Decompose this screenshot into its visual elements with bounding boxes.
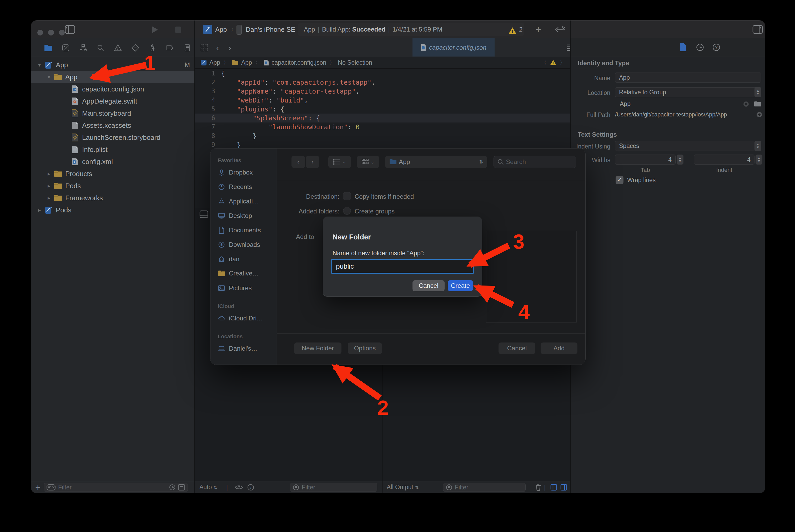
- disclosure-closed-icon[interactable]: ▸: [37, 207, 42, 213]
- code-line-6[interactable]: 6 "SplashScreen": {: [195, 114, 570, 122]
- tree-item-info-plist[interactable]: Info.plist: [31, 144, 195, 156]
- dialog-cancel-button[interactable]: Cancel: [413, 280, 445, 291]
- tree-item-products[interactable]: ▸Products: [31, 168, 195, 180]
- variables-scope-dropdown[interactable]: Auto ⇅: [199, 483, 217, 491]
- jumpbar-item[interactable]: App: [207, 59, 220, 66]
- location-stepper[interactable]: ▲▼: [755, 87, 761, 97]
- code-line-4[interactable]: 4 "webDir": "build",: [195, 96, 570, 104]
- sidebar-item-daniel-s-[interactable]: Daniel's…: [218, 345, 257, 353]
- warning-count[interactable]: 2: [519, 23, 522, 36]
- code-line-9[interactable]: 9 }: [195, 140, 570, 149]
- sidebar-item-desktop[interactable]: Desktop: [218, 212, 252, 220]
- disclosure-closed-icon[interactable]: ▸: [46, 171, 52, 177]
- tree-item-config-xml[interactable]: config.xml: [31, 156, 195, 168]
- sheet-cancel-button[interactable]: Cancel: [499, 342, 535, 354]
- warning-triangle-icon[interactable]: !: [508, 25, 517, 39]
- go-forward-icon[interactable]: ›: [228, 43, 231, 53]
- variables-filter-field[interactable]: Filter: [290, 483, 377, 492]
- previous-issue-icon[interactable]: 〈: [538, 59, 550, 66]
- disclosure-open-icon[interactable]: ▾: [37, 62, 42, 68]
- console-scope-dropdown[interactable]: All Output ⇅: [387, 483, 419, 491]
- reveal-path-arrow-icon[interactable]: [756, 111, 762, 118]
- sheet-back-button[interactable]: ‹: [291, 156, 305, 168]
- help-inspector-icon[interactable]: ?: [712, 43, 720, 52]
- tree-item-main-storyboard[interactable]: Main.storyboard: [31, 107, 195, 119]
- go-back-icon[interactable]: ‹: [216, 43, 219, 53]
- sidebar-item-creative-[interactable]: Creative…: [218, 270, 258, 277]
- disclosure-closed-icon[interactable]: ▸: [46, 195, 52, 201]
- code-line-5[interactable]: 5 "plugins": {: [195, 104, 570, 114]
- run-destination[interactable]: Dan's iPhone SE: [246, 20, 295, 38]
- navigator-filter-field[interactable]: Filter: [44, 483, 188, 492]
- tree-item-app[interactable]: ▾App: [31, 71, 195, 83]
- source-control-filter-icon[interactable]: [178, 484, 185, 491]
- indent-width-stepper[interactable]: ▲▼: [756, 155, 762, 165]
- current-folder-dropdown[interactable]: App ⇅: [385, 156, 487, 168]
- tree-item-capacitor-config-json[interactable]: capacitor.config.json: [31, 83, 195, 95]
- sidebar-item-dropbox[interactable]: Dropbox: [218, 169, 253, 176]
- code-line-3[interactable]: 3 "appName": "capacitor-testapp",: [195, 87, 570, 96]
- sidebar-item-recents[interactable]: Recents: [218, 183, 252, 191]
- scheme-name[interactable]: App: [215, 20, 227, 38]
- tree-item-frameworks[interactable]: ▸Frameworks: [31, 192, 195, 204]
- toggle-inspector-icon[interactable]: [753, 25, 763, 35]
- icon-view-button[interactable]: ⌄: [357, 156, 379, 168]
- print-description-icon[interactable]: i: [247, 484, 254, 491]
- choose-folder-icon[interactable]: [754, 101, 761, 107]
- indent-using-stepper[interactable]: ▲▼: [755, 141, 761, 151]
- jumpbar-warning-icon[interactable]: !: [550, 59, 557, 66]
- location-dropdown[interactable]: Relative to Group: [615, 87, 761, 97]
- code-line-2[interactable]: 2 "appId": "com.capacitorjs.testapp",: [195, 78, 570, 87]
- scheme-app-icon[interactable]: [202, 24, 213, 36]
- sidebar-item-pictures[interactable]: Pictures: [218, 284, 252, 292]
- tab-width-stepper[interactable]: ▲▼: [676, 155, 684, 165]
- clear-console-trash-icon[interactable]: [535, 483, 541, 491]
- code-line-8[interactable]: 8 }: [195, 131, 570, 140]
- tree-item-app[interactable]: ▾AppM: [31, 59, 195, 71]
- disclosure-closed-icon[interactable]: ▸: [46, 183, 52, 189]
- sidebar-item-applicati-[interactable]: Applicati…: [218, 197, 259, 205]
- copy-items-checkbox[interactable]: [343, 192, 351, 200]
- jumpbar-item[interactable]: App: [239, 59, 252, 66]
- name-field[interactable]: App: [615, 73, 761, 82]
- create-groups-radio[interactable]: [343, 207, 351, 215]
- tree-item-pods[interactable]: ▸Pods: [31, 204, 195, 216]
- indent-using-dropdown[interactable]: Spaces: [615, 141, 761, 151]
- new-folder-button[interactable]: New Folder: [294, 342, 341, 354]
- sheet-forward-button[interactable]: ›: [306, 156, 319, 168]
- related-items-icon[interactable]: [200, 44, 209, 53]
- indent-width-field[interactable]: 4: [694, 155, 755, 165]
- code-line-1[interactable]: 1{: [195, 69, 570, 78]
- sidebar-item-icloud-dri-[interactable]: iCloud Dri…: [218, 315, 263, 322]
- sidebar-item-dan[interactable]: dan: [218, 255, 239, 263]
- sidebar-item-downloads[interactable]: Downloads: [218, 241, 260, 249]
- quicklook-eye-icon[interactable]: [235, 484, 243, 490]
- disclosure-open-icon[interactable]: ▾: [46, 74, 52, 80]
- wrap-lines-checkbox[interactable]: ✓: [616, 176, 624, 184]
- activity-viewer[interactable]: App|Build App: Succeeded|1/4/21 at 5:59 …: [298, 23, 524, 36]
- tree-item-pods[interactable]: ▸Pods: [31, 180, 195, 192]
- hide-debug-area-icon[interactable]: [199, 210, 209, 219]
- tree-item-appdelegate-swift[interactable]: AppDelegate.swift: [31, 95, 195, 107]
- clear-group-icon[interactable]: [743, 101, 749, 107]
- folder-name-input[interactable]: [332, 260, 473, 273]
- jumpbar-item[interactable]: capacitor.config.json: [269, 59, 326, 66]
- jumpbar-item[interactable]: No Selection: [338, 59, 372, 66]
- tree-item-assets-xcassets[interactable]: Assets.xcassets: [31, 119, 195, 131]
- console-filter-field[interactable]: Filter: [443, 483, 526, 492]
- history-inspector-icon[interactable]: [696, 43, 704, 52]
- show-console-view-icon[interactable]: [560, 484, 567, 491]
- add-library-icon[interactable]: +: [536, 25, 541, 34]
- tree-item-launchscreen-storyboard[interactable]: LaunchScreen.storyboard: [31, 131, 195, 144]
- code-review-icon[interactable]: [555, 26, 566, 34]
- list-view-button[interactable]: ⌄: [328, 156, 351, 168]
- show-variables-view-icon[interactable]: [550, 484, 557, 491]
- targets-table[interactable]: [486, 231, 577, 323]
- next-issue-icon[interactable]: 〉: [557, 59, 570, 66]
- add-file-button[interactable]: +: [35, 482, 40, 493]
- recent-files-filter-icon[interactable]: [169, 484, 176, 491]
- sheet-search-field[interactable]: Search: [493, 156, 576, 168]
- sheet-add-button[interactable]: Add: [541, 342, 577, 354]
- file-inspector-icon[interactable]: [680, 43, 686, 53]
- tab-width-field[interactable]: 4: [615, 155, 675, 165]
